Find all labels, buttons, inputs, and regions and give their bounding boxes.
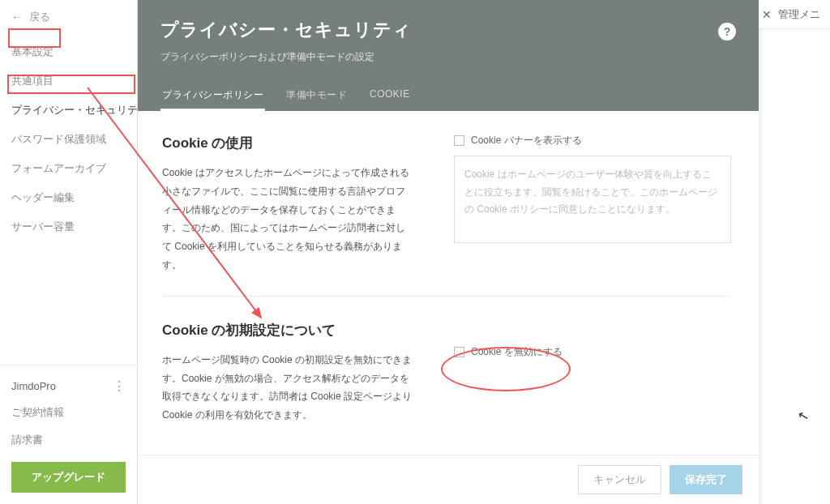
section-desc-cookie-default: ホームページ閲覧時の Cookie の初期設定を無効にできます。Cookie が… — [162, 351, 413, 425]
checkbox-label-cookie-banner: Cookie バナーを表示する — [471, 134, 582, 147]
panel-body: Cookie の使用 Cookie はアクセスしたホームページによって作成される… — [138, 111, 759, 455]
page-title: プライバシー・セキュリティ — [160, 18, 412, 42]
nav-item-privacy-security[interactable]: プライバシー・セキュリティ — [0, 96, 137, 125]
section-cookie-use: Cookie の使用 Cookie はアクセスしたホームページによって作成される… — [162, 134, 731, 296]
page-subtitle: プライバシーポリシーおよび準備中モードの設定 — [160, 50, 412, 64]
tabs: プライバシーポリシー 準備中モード COOKIE — [160, 82, 736, 111]
upgrade-button[interactable]: アップグレード — [11, 462, 126, 493]
section-title-cookie-default: Cookie の初期設定について — [162, 321, 413, 340]
checkbox-icon — [454, 347, 464, 357]
plan-name: JimdoPro — [11, 380, 56, 392]
nav-item-invoice[interactable]: 請求書 — [0, 426, 137, 454]
tab-maintenance-mode[interactable]: 準備中モード — [285, 82, 349, 111]
tab-cookie[interactable]: COOKIE — [368, 82, 412, 111]
section-desc-cookie-use: Cookie はアクセスしたホームページによって作成される小さなファイルで、ここ… — [162, 164, 413, 275]
more-menu-icon[interactable]: ⋮ — [113, 378, 126, 394]
panel-header: プライバシー・セキュリティ プライバシーポリシーおよび準備中モードの設定 ? プ… — [138, 0, 759, 111]
panel-footer: キャンセル 保存完了 — [138, 455, 759, 504]
sidebar-bottom: JimdoPro ⋮ ご契約情報 請求書 アップグレード — [0, 365, 137, 504]
nav-list: 基本設定 共通項目 プライバシー・セキュリティ パスワード保護領域 フォームアー… — [0, 34, 137, 241]
nav-item-common[interactable]: 共通項目 — [0, 66, 137, 96]
help-icon[interactable]: ? — [718, 23, 736, 41]
sidebar: ← 戻る 基本設定 共通項目 プライバシー・セキュリティ パスワード保護領域 フ… — [0, 0, 138, 504]
checkbox-disable-cookie[interactable]: Cookie を無効にする — [454, 345, 731, 359]
nav-item-header-edit[interactable]: ヘッダー編集 — [0, 183, 137, 212]
section-title-cookie-use: Cookie の使用 — [162, 134, 413, 152]
right-panel-label: 管理メニ — [778, 7, 820, 22]
back-arrow-icon: ← — [11, 11, 23, 23]
nav-item-server-capacity[interactable]: サーバー容量 — [0, 212, 137, 241]
main: プライバシー・セキュリティ プライバシーポリシーおよび準備中モードの設定 ? プ… — [138, 0, 830, 504]
nav-item-basic-settings[interactable]: 基本設定 — [0, 37, 137, 66]
checkbox-label-disable-cookie: Cookie を無効にする — [471, 345, 563, 359]
close-icon[interactable]: ✕ — [762, 8, 772, 21]
tab-privacy-policy[interactable]: プライバシーポリシー — [160, 82, 265, 111]
back-label: 戻る — [29, 10, 50, 24]
section-cookie-default: Cookie の初期設定について ホームページ閲覧時の Cookie の初期設定… — [162, 296, 731, 446]
cookie-banner-text-input[interactable]: Cookie はホームページのユーザー体験や質を向上することに役立ちます。閲覧を… — [454, 156, 731, 243]
back-button[interactable]: ← 戻る — [0, 0, 137, 34]
nav-item-contract-info[interactable]: ご契約情報 — [0, 399, 137, 426]
nav-item-form-archive[interactable]: フォームアーカイブ — [0, 154, 137, 183]
checkbox-icon — [454, 135, 464, 146]
settings-panel: プライバシー・セキュリティ プライバシーポリシーおよび準備中モードの設定 ? プ… — [138, 0, 759, 504]
nav-item-password-protected[interactable]: パスワード保護領域 — [0, 125, 137, 154]
cancel-button[interactable]: キャンセル — [578, 465, 661, 494]
right-admin-menu[interactable]: ✕ 管理メニ — [759, 0, 830, 28]
checkbox-cookie-banner[interactable]: Cookie バナーを表示する — [454, 134, 731, 147]
save-button[interactable]: 保存完了 — [670, 465, 742, 494]
